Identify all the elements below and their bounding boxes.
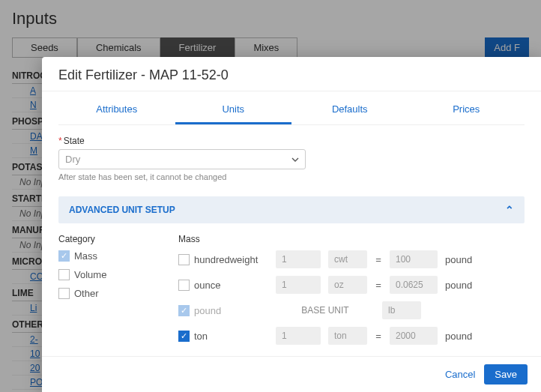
category-label: Other: [74, 288, 99, 299]
category-column: Category ✓ Mass Volume Other: [58, 234, 163, 352]
checkbox-icon: ✓: [178, 331, 190, 342]
modal-tab-prices[interactable]: Prices: [408, 96, 525, 124]
category-other[interactable]: Other: [58, 288, 163, 299]
result-label: pound: [445, 280, 472, 291]
mass-row-pound: ✓pound BASE UNIT: [178, 301, 525, 319]
checkbox-icon: [178, 280, 190, 291]
base-unit-label: BASE UNIT: [276, 305, 375, 316]
modal-title: Edit Fertilizer - MAP 11-52-0: [42, 57, 541, 91]
category-label: Mass: [74, 250, 97, 262]
mass-name[interactable]: hundredweight: [178, 254, 268, 265]
value-input[interactable]: [390, 276, 438, 294]
modal-tabs: Attributes Units Defaults Prices: [58, 96, 525, 125]
result-label: pound: [445, 331, 472, 342]
checkbox-icon: [58, 288, 70, 299]
equals-label: =: [375, 331, 382, 342]
advanced-label: ADVANCED UNIT SETUP: [69, 205, 175, 215]
edit-fertilizer-modal: Edit Fertilizer - MAP 11-52-0 Attributes…: [42, 57, 541, 392]
state-select[interactable]: Dry: [58, 149, 306, 169]
chevron-up-icon: ⌃: [505, 204, 514, 216]
unit-input[interactable]: [382, 301, 421, 319]
checkbox-icon: ✓: [58, 250, 70, 262]
state-label-text: State: [64, 136, 85, 146]
advanced-unit-setup-bar[interactable]: ADVANCED UNIT SETUP ⌃: [58, 196, 525, 223]
mass-title: Mass: [178, 234, 525, 244]
cancel-button[interactable]: Cancel: [445, 369, 475, 380]
modal-tab-attributes[interactable]: Attributes: [58, 96, 175, 124]
unit-input[interactable]: [328, 250, 367, 268]
unit-input[interactable]: [328, 276, 367, 294]
state-hint: After state has been set, it cannot be c…: [58, 172, 525, 181]
category-mass[interactable]: ✓ Mass: [58, 250, 163, 262]
qty-input[interactable]: [276, 250, 321, 268]
state-select-value: Dry: [65, 154, 80, 165]
qty-input[interactable]: [276, 276, 321, 294]
checkbox-icon: ✓: [178, 305, 190, 316]
mass-name[interactable]: ounce: [178, 280, 268, 291]
mass-column: Mass hundredweight = pound ounce = pound: [178, 234, 525, 352]
value-input[interactable]: [390, 327, 438, 345]
mass-row-ton: ✓ton = pound: [178, 327, 525, 345]
mass-name[interactable]: ✓pound: [178, 305, 268, 316]
state-label: *State: [58, 136, 525, 146]
equals-label: =: [375, 254, 382, 265]
save-button[interactable]: Save: [484, 364, 528, 385]
mass-row-ounce: ounce = pound: [178, 276, 525, 294]
modal-body: Attributes Units Defaults Prices *State …: [42, 91, 541, 356]
category-label: Volume: [74, 269, 106, 280]
modal-tab-defaults[interactable]: Defaults: [291, 96, 408, 124]
unit-input[interactable]: [328, 327, 367, 345]
result-label: pound: [445, 254, 472, 265]
checkbox-icon: [178, 254, 190, 265]
qty-input[interactable]: [276, 327, 321, 345]
mass-row-hundredweight: hundredweight = pound: [178, 250, 525, 268]
unit-grid: Category ✓ Mass Volume Other Mass hundre…: [58, 234, 525, 352]
modal-tab-units[interactable]: Units: [175, 96, 292, 124]
category-title: Category: [58, 234, 163, 244]
value-input[interactable]: [390, 250, 438, 268]
modal-footer: Cancel Save: [42, 356, 541, 392]
mass-name[interactable]: ✓ton: [178, 331, 268, 342]
chevron-down-icon: [291, 156, 299, 163]
category-volume[interactable]: Volume: [58, 269, 163, 280]
checkbox-icon: [58, 269, 70, 280]
equals-label: =: [375, 280, 382, 291]
